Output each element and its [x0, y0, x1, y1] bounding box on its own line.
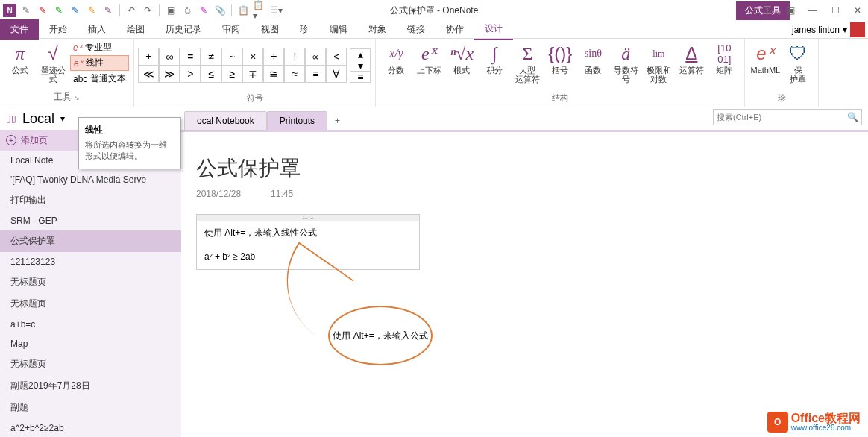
minimize-icon[interactable]: — [805, 3, 820, 18]
symbol-cell[interactable]: ≈ [284, 65, 305, 83]
symbol-cell[interactable]: ≥ [221, 65, 242, 83]
container-handle[interactable]: ⋯⋯ [197, 215, 419, 221]
symbol-cell[interactable]: ≠ [201, 48, 221, 66]
large-operator-button[interactable]: Σ大型 运算符 [512, 40, 543, 85]
radical-button[interactable]: ⁿ√x根式 [446, 40, 477, 76]
matrix-button[interactable]: [1001]矩阵 [708, 40, 740, 76]
copy-icon[interactable]: ☰▾ [269, 4, 283, 17]
page-item[interactable]: 副题2019年7月28日 [0, 375, 181, 397]
symbol-cell[interactable]: ≫ [159, 65, 180, 83]
search-box[interactable]: 🔍 [713, 109, 862, 125]
page-item[interactable]: 公式保护罩 [0, 230, 181, 252]
ribbon-toggle-icon[interactable]: ▣ [783, 3, 798, 18]
symbol-cell[interactable]: × [242, 48, 263, 66]
plain-text-button[interactable]: abc普通文本 [70, 72, 129, 86]
qat-pen-purple[interactable]: ✎ [101, 4, 115, 17]
page-item[interactable]: 副题 [0, 397, 181, 418]
dialog-launcher-icon[interactable]: ↘ [74, 94, 80, 101]
accent-button[interactable]: ä导数符号 [610, 40, 641, 85]
symbol-cell[interactable]: ~ [221, 48, 242, 66]
user-name[interactable]: james linton [792, 25, 840, 35]
symbol-cell[interactable]: ± [138, 48, 159, 66]
symbol-cell[interactable]: ! [284, 48, 305, 66]
page-item[interactable]: SRM - GEP [0, 211, 181, 230]
linear-button[interactable]: eˣ线性 [70, 55, 129, 71]
tab-coop[interactable]: 协作 [435, 19, 474, 40]
dock-icon[interactable]: ▣ [164, 4, 177, 17]
ink-equation-button[interactable]: √墨迹公式 [37, 40, 69, 85]
symbol-cell[interactable]: ≅ [263, 65, 284, 83]
tab-design[interactable]: 设计 [474, 19, 513, 40]
symbol-cell[interactable]: ∞ [159, 48, 180, 66]
clipboard-icon[interactable]: 📋 [236, 4, 250, 17]
chevron-down-icon[interactable]: ▾ [60, 113, 65, 124]
tab-history[interactable]: 历史记录 [155, 19, 212, 40]
tab-view[interactable]: 视图 [251, 19, 289, 40]
qat-pen-blue[interactable]: ✎ [69, 4, 82, 17]
equation-button[interactable]: π公式 [4, 40, 36, 76]
tab-object[interactable]: 对象 [358, 19, 397, 40]
tab-draw[interactable]: 绘图 [116, 19, 155, 40]
mathml-button[interactable]: eˣMathML [749, 40, 781, 76]
tab-link[interactable]: 链接 [397, 19, 435, 40]
symbol-cell[interactable]: < [326, 48, 347, 66]
page-title[interactable]: 公式保护罩 [196, 154, 853, 183]
page-item[interactable]: 打印输出 [0, 189, 181, 211]
page-item[interactable]: 121123123 [0, 252, 181, 271]
symbol-cell[interactable]: ≪ [138, 65, 159, 83]
page-item[interactable]: 无标题页 [0, 271, 181, 293]
marker-icon[interactable]: ✎ [197, 4, 210, 17]
paste-icon[interactable]: 📋▾ [253, 4, 266, 17]
add-section-button[interactable]: + [327, 112, 347, 130]
symbol-scroll-down-icon[interactable]: ▾ [350, 60, 371, 72]
file-tab[interactable]: 文件 [0, 19, 39, 40]
symbol-cell[interactable]: ≡ [305, 65, 326, 83]
tab-review[interactable]: 审阅 [212, 19, 251, 40]
fraction-button[interactable]: x/y分数 [380, 40, 412, 76]
page-item[interactable]: a^2+b^2≥2ab [0, 418, 181, 437]
note-text-line[interactable]: 使用 Alt+=，来输入线性公式 [204, 227, 412, 239]
user-dropdown-icon[interactable]: ▾ [843, 25, 847, 35]
notebook-name[interactable]: Local [22, 111, 54, 127]
tab-insert[interactable]: 插入 [78, 19, 116, 40]
professional-button[interactable]: eˣ专业型 [70, 40, 129, 54]
symbol-cell[interactable]: ≤ [201, 65, 221, 83]
symbol-scroll-up-icon[interactable]: ▴ [350, 48, 371, 60]
qat-pen-green[interactable]: ✎ [52, 4, 66, 17]
page-item[interactable]: Map [0, 334, 181, 353]
avatar[interactable] [850, 22, 865, 37]
bracket-button[interactable]: {()}括号 [544, 40, 576, 76]
attach-icon[interactable]: 📎 [213, 4, 227, 17]
symbol-cell[interactable]: > [180, 65, 201, 83]
symbol-cell[interactable]: ÷ [263, 48, 284, 66]
tab-home[interactable]: 开始 [39, 19, 78, 40]
section-tab-local[interactable]: ocal Notebook [184, 111, 267, 131]
redo-icon[interactable]: ↷ [141, 4, 154, 17]
symbol-cell[interactable]: ∝ [305, 48, 326, 66]
close-icon[interactable]: ✕ [850, 3, 865, 18]
qat-pen-black[interactable]: ✎ [19, 4, 33, 17]
print-icon[interactable]: ⎙ [180, 4, 194, 17]
symbol-more-icon[interactable]: ≡ [350, 71, 371, 83]
symbol-cell[interactable]: ∓ [242, 65, 263, 83]
undo-icon[interactable]: ↶ [125, 4, 138, 17]
function-button[interactable]: sinθ函数 [577, 40, 608, 76]
page-item[interactable]: a+b=c [0, 315, 181, 334]
limit-log-button[interactable]: lim极限和对数 [643, 40, 674, 85]
page-item[interactable]: 无标题页 [0, 293, 181, 315]
script-button[interactable]: eˣ上下标 [413, 40, 444, 76]
page-item[interactable]: 无标题页 [0, 353, 181, 375]
qat-pen-orange[interactable]: ✎ [85, 4, 98, 17]
symbol-cell[interactable]: = [180, 48, 201, 66]
help-icon[interactable]: ? [761, 3, 776, 18]
qat-pen-red[interactable]: ✎ [36, 4, 49, 17]
tab-zhen[interactable]: 珍 [289, 19, 319, 40]
search-input[interactable] [717, 113, 847, 122]
tab-edit[interactable]: 编辑 [319, 19, 358, 40]
integral-button[interactable]: ∫积分 [479, 40, 510, 76]
symbol-cell[interactable]: ∀ [326, 65, 347, 83]
section-tab-printouts[interactable]: Printouts [267, 111, 327, 131]
operator-button[interactable]: Δ运算符 [676, 40, 707, 76]
maximize-icon[interactable]: ☐ [828, 3, 843, 18]
page-item[interactable]: '[FAQ] Twonky DLNA Media Serve [0, 170, 181, 189]
